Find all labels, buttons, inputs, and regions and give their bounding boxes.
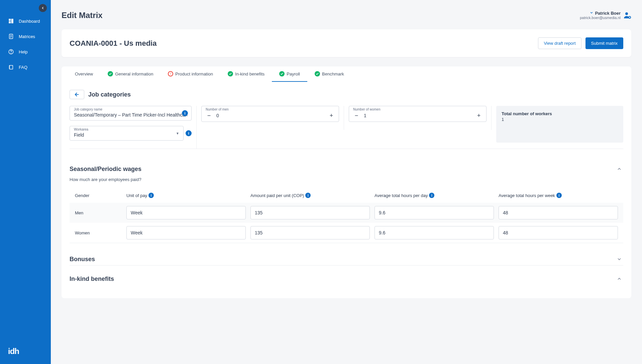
col-amount: Amount paid per unit (COP) — [250, 193, 304, 198]
collapse-button[interactable] — [615, 165, 623, 173]
content-card: Job categories Job category name i Worka… — [62, 82, 631, 298]
tab-benchmark[interactable]: Benchmark — [307, 66, 351, 82]
faq-icon — [8, 64, 14, 70]
info-icon[interactable]: i — [186, 130, 192, 136]
info-icon[interactable]: i — [556, 193, 562, 198]
increment-button[interactable]: + — [328, 112, 335, 119]
back-button[interactable] — [70, 90, 84, 99]
tab-label: Benchmark — [322, 71, 344, 76]
view-draft-button[interactable]: View draft report — [538, 37, 581, 49]
info-icon[interactable]: i — [305, 193, 311, 198]
submit-matrix-button[interactable]: Submit matrix — [585, 37, 623, 49]
user-name-row: Patrick Boer — [580, 11, 621, 16]
svg-rect-1 — [11, 19, 13, 23]
svg-point-10 — [625, 12, 628, 15]
bonuses-section: Bonuses — [70, 255, 623, 265]
info-icon[interactable]: i — [182, 110, 188, 116]
hours-week-input[interactable] — [499, 206, 618, 219]
expand-button[interactable] — [615, 255, 623, 263]
hours-day-input[interactable] — [374, 226, 494, 239]
chevron-down-icon — [590, 11, 594, 16]
tab-label: Overview — [75, 71, 93, 76]
number-of-women-field: Number of women − 1 + — [349, 106, 487, 122]
tabs: Overview General information ! Product i… — [62, 66, 631, 82]
increment-button[interactable]: + — [475, 112, 482, 119]
warning-icon: ! — [168, 71, 173, 76]
tab-payroll[interactable]: Payroll — [272, 66, 307, 82]
user-menu[interactable]: Patrick Boer patrick.boer@usmedia.nl — [580, 11, 631, 20]
number-of-men-field: Number of men − 0 + — [201, 106, 339, 122]
row-gender: Men — [75, 210, 122, 215]
tab-product-information[interactable]: ! Product information — [160, 66, 220, 82]
check-icon — [108, 71, 113, 76]
hours-day-input[interactable] — [374, 206, 494, 219]
svg-point-11 — [629, 16, 631, 18]
job-category-input[interactable] — [74, 112, 187, 118]
decrement-button[interactable]: − — [353, 112, 360, 119]
bonuses-title: Bonuses — [70, 256, 95, 263]
hours-week-input[interactable] — [499, 226, 618, 239]
wages-table: Gender Unit of pay i Amount paid per uni… — [70, 190, 623, 243]
svg-rect-2 — [9, 21, 11, 23]
user-email: patrick.boer@usmedia.nl — [580, 16, 621, 20]
tab-label: General information — [115, 71, 153, 76]
unit-of-pay-input[interactable] — [126, 226, 246, 239]
sidebar-nav: Dashboard Matrices Help FAQ — [0, 13, 51, 75]
field-label: Job category name — [74, 108, 102, 111]
topbar: Edit Matrix Patrick Boer patrick.boer@us… — [62, 11, 631, 20]
wages-table-header: Gender Unit of pay i Amount paid per uni… — [70, 190, 623, 203]
field-label: Workarea — [74, 128, 88, 131]
field-label: Number of women — [353, 108, 381, 111]
info-icon[interactable]: i — [429, 193, 434, 198]
tab-general-information[interactable]: General information — [100, 66, 160, 82]
total-workers-label: Total number of workers — [502, 111, 618, 116]
decrement-button[interactable]: − — [206, 112, 212, 119]
total-workers-box: Total number of workers 1 — [496, 106, 623, 143]
sidebar-item-faq[interactable]: FAQ — [0, 59, 51, 75]
unit-of-pay-input[interactable] — [126, 206, 246, 219]
inkind-title: In-kind benefits — [70, 276, 114, 283]
sidebar-collapse-button[interactable] — [39, 4, 47, 12]
dashboard-icon — [8, 18, 14, 24]
matrix-header-card: COANIA-0001 - Us media View draft report… — [62, 29, 631, 57]
tab-inkind-benefits[interactable]: In-kind benefits — [220, 66, 272, 82]
amount-input[interactable] — [250, 226, 370, 239]
total-workers-value: 1 — [502, 117, 618, 122]
inkind-section: In-kind benefits — [70, 275, 623, 285]
page-title: Edit Matrix — [62, 11, 103, 20]
col-hours-week: Average total hours per week — [499, 193, 555, 198]
wage-row-women: Women — [70, 223, 623, 243]
svg-rect-0 — [9, 19, 11, 21]
sidebar: Dashboard Matrices Help FAQ idh — [0, 0, 51, 364]
sidebar-item-matrices[interactable]: Matrices — [0, 29, 51, 44]
user-name: Patrick Boer — [595, 11, 621, 16]
info-icon[interactable]: i — [148, 193, 154, 198]
logo: idh — [0, 339, 51, 364]
sidebar-item-label: FAQ — [19, 65, 27, 70]
tab-label: Product information — [175, 71, 213, 76]
sidebar-item-dashboard[interactable]: Dashboard — [0, 13, 51, 29]
tab-label: Payroll — [287, 71, 300, 76]
check-icon — [228, 71, 233, 76]
number-of-women-value[interactable]: 1 — [360, 113, 475, 118]
workarea-select[interactable] — [74, 132, 179, 138]
amount-input[interactable] — [250, 206, 370, 219]
svg-rect-9 — [10, 65, 13, 69]
expand-button[interactable] — [615, 275, 623, 283]
wage-row-men: Men — [70, 203, 623, 223]
col-gender: Gender — [75, 193, 89, 198]
row-gender: Women — [75, 230, 122, 235]
workarea-field[interactable]: Workarea ▼ — [70, 126, 184, 141]
job-category-fields: Job category name i Workarea ▼ i N — [70, 106, 623, 149]
job-category-field[interactable]: Job category name i — [70, 106, 192, 121]
tab-label: In-kind benefits — [235, 71, 264, 76]
sidebar-item-help[interactable]: Help — [0, 44, 51, 59]
number-of-men-value[interactable]: 0 — [212, 113, 328, 118]
sidebar-item-label: Help — [19, 49, 28, 54]
sidebar-item-label: Matrices — [19, 34, 35, 39]
tab-overview[interactable]: Overview — [68, 66, 100, 82]
check-icon — [279, 71, 285, 76]
user-settings-icon — [623, 11, 631, 19]
col-hours-day: Average total hours per day — [374, 193, 428, 198]
check-icon — [315, 71, 320, 76]
